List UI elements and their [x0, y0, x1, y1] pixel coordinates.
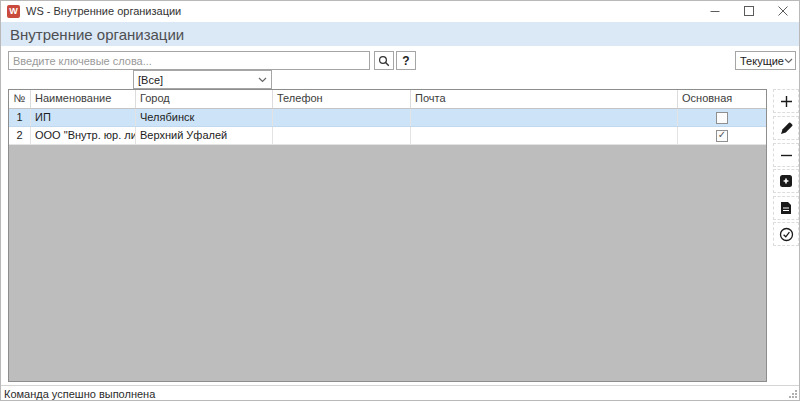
box-plus-icon — [779, 174, 793, 188]
archive-button[interactable] — [773, 169, 799, 193]
close-button[interactable] — [766, 0, 800, 22]
edit-button[interactable] — [773, 116, 799, 140]
table-empty-area — [9, 145, 766, 381]
delete-button[interactable] — [773, 143, 799, 167]
plus-icon — [780, 95, 793, 108]
pencil-icon — [780, 122, 793, 135]
col-header-primary[interactable]: Основная — [678, 90, 766, 108]
status-message: Команда успешно выполнена — [4, 388, 155, 400]
table-header-row: № Наименование Город Телефон Почта Основ… — [9, 90, 766, 109]
cell-phone — [273, 127, 411, 144]
minimize-icon — [710, 6, 720, 16]
cell-name: ИП — [31, 109, 136, 126]
status-bar: Команда успешно выполнена — [0, 385, 800, 401]
organizations-table: № Наименование Город Телефон Почта Основ… — [8, 89, 767, 382]
minimize-button[interactable] — [698, 0, 732, 22]
document-icon — [780, 201, 792, 215]
chevron-down-icon — [784, 58, 793, 64]
page-header: Внутренние организации — [0, 22, 800, 46]
window-title: WS - Внутренние организации — [26, 5, 181, 17]
col-header-city[interactable]: Город — [136, 90, 273, 108]
help-label: ? — [402, 54, 409, 68]
app-logo-letter: W — [9, 7, 18, 16]
primary-checkbox[interactable] — [716, 130, 728, 142]
maximize-button[interactable] — [732, 0, 766, 22]
chevron-down-icon — [258, 77, 267, 83]
column-filter-value: [Все] — [138, 74, 163, 86]
search-input[interactable] — [8, 51, 370, 70]
status-filter-value: Текущие — [740, 55, 784, 67]
report-button[interactable] — [773, 196, 799, 220]
cell-name: ООО "Внутр. юр. лицо" — [31, 127, 136, 144]
help-button[interactable]: ? — [396, 51, 416, 70]
table-row[interactable]: 2 ООО "Внутр. юр. лицо" Верхний Уфалей — [9, 127, 766, 145]
cell-num: 2 — [9, 127, 31, 144]
maximize-icon — [744, 6, 754, 16]
minus-icon — [780, 149, 793, 162]
primary-checkbox[interactable] — [716, 112, 728, 124]
cell-phone — [273, 109, 411, 126]
titlebar: W WS - Внутренние организации — [0, 0, 800, 22]
check-circle-icon — [779, 227, 794, 242]
close-icon — [778, 6, 788, 16]
cell-city: Челябинск — [136, 109, 273, 126]
cell-mail — [411, 127, 678, 144]
status-filter-select[interactable]: Текущие — [735, 51, 796, 70]
cell-mail — [411, 109, 678, 126]
col-header-phone[interactable]: Телефон — [273, 90, 411, 108]
approve-button[interactable] — [773, 222, 799, 246]
add-button[interactable] — [773, 89, 799, 113]
cell-primary — [678, 109, 766, 126]
app-logo-icon: W — [7, 5, 20, 18]
col-header-name[interactable]: Наименование — [31, 90, 136, 108]
table-row[interactable]: 1 ИП Челябинск — [9, 109, 766, 127]
window-controls — [698, 0, 800, 22]
col-header-num[interactable]: № — [9, 90, 31, 108]
cell-city: Верхний Уфалей — [136, 127, 273, 144]
cell-primary — [678, 127, 766, 144]
column-filter-select[interactable]: [Все] — [133, 70, 272, 89]
resize-grip-icon[interactable] — [788, 389, 798, 399]
page-title: Внутренние организации — [10, 26, 184, 43]
col-header-mail[interactable]: Почта — [411, 90, 678, 108]
cell-num: 1 — [9, 109, 31, 126]
search-icon — [378, 55, 390, 67]
search-button[interactable] — [374, 51, 394, 70]
